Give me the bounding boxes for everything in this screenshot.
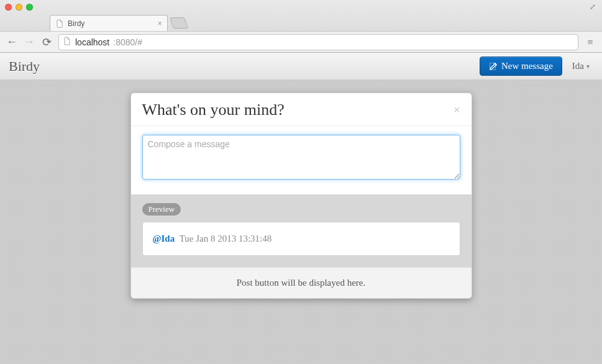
url-path: :8080/# <box>113 37 142 47</box>
preview-card: @Ida Tue Jan 8 2013 13:31:48 <box>142 222 460 256</box>
reload-icon[interactable]: ⟳ <box>41 35 52 49</box>
forward-icon: → <box>24 35 35 48</box>
modal-title: What's on your mind? <box>142 101 285 119</box>
close-icon[interactable]: × <box>454 104 460 117</box>
modal-footer: Post button will be displayed here. <box>131 267 472 298</box>
compose-textarea[interactable] <box>142 135 460 180</box>
user-menu[interactable]: Ida ▾ <box>568 58 593 74</box>
browser-tab[interactable]: Birdy × <box>50 15 168 31</box>
navbar-right: New message Ida ▾ <box>480 57 593 76</box>
modal-body <box>131 126 472 194</box>
preview-badge: Preview <box>142 203 181 216</box>
footer-text: Post button will be displayed here. <box>237 278 365 288</box>
browser-chrome: ⤢ Birdy × ← → ⟳ localhost:8080/# ≡ <box>0 0 602 53</box>
toolbar-row: ← → ⟳ localhost:8080/# ≡ <box>0 31 602 52</box>
hamburger-menu-icon[interactable]: ≡ <box>585 37 596 48</box>
preview-handle[interactable]: @Ida <box>153 234 175 243</box>
modal-header: What's on your mind? × <box>131 93 472 125</box>
new-tab-button[interactable] <box>170 17 188 29</box>
edit-icon <box>489 62 498 71</box>
page-icon <box>63 37 71 47</box>
zoom-window-icon[interactable] <box>26 4 33 11</box>
minimize-window-icon[interactable] <box>16 4 22 11</box>
close-window-icon[interactable] <box>5 4 12 11</box>
window-title-bar: ⤢ <box>0 0 602 14</box>
preview-section: Preview @Ida Tue Jan 8 2013 13:31:48 <box>131 194 472 267</box>
page-icon <box>55 19 64 28</box>
app-navbar: Birdy New message Ida ▾ <box>0 53 602 80</box>
brand-title[interactable]: Birdy <box>9 58 40 75</box>
new-message-button[interactable]: New message <box>480 57 562 76</box>
new-message-label: New message <box>501 61 553 71</box>
user-name: Ida <box>572 61 584 71</box>
fullscreen-icon[interactable]: ⤢ <box>590 2 596 12</box>
tab-strip: Birdy × <box>0 14 602 31</box>
back-icon[interactable]: ← <box>6 35 17 48</box>
url-host: localhost <box>75 37 109 47</box>
compose-modal: What's on your mind? × Preview @Ida Tue … <box>130 93 472 299</box>
tab-title: Birdy <box>68 19 84 28</box>
chevron-down-icon: ▾ <box>586 63 590 70</box>
address-bar[interactable]: localhost:8080/# <box>58 34 578 50</box>
close-tab-icon[interactable]: × <box>157 19 162 28</box>
page-body: What's on your mind? × Preview @Ida Tue … <box>0 80 602 364</box>
preview-timestamp: Tue Jan 8 2013 13:31:48 <box>180 234 272 243</box>
